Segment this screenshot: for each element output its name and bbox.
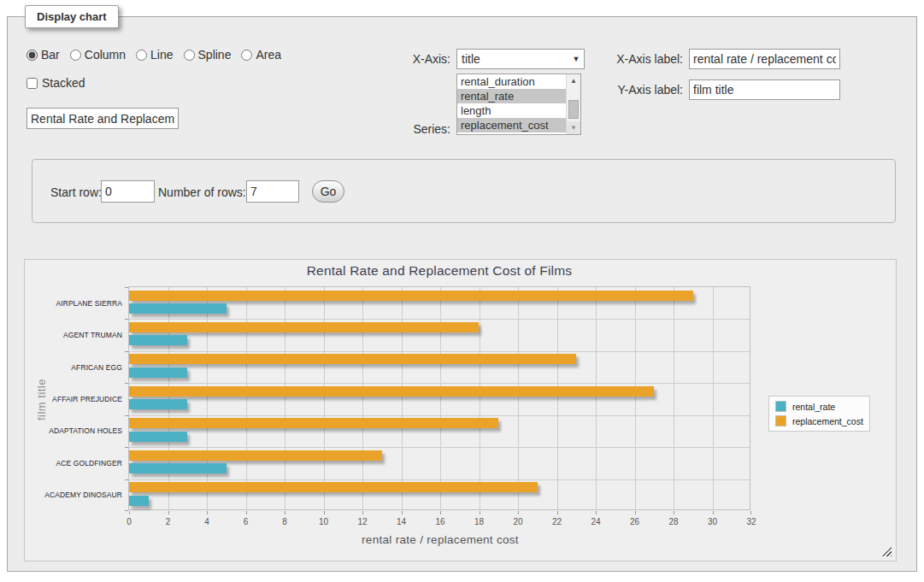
x-tick-label: 24 <box>586 517 606 526</box>
series-select-label: Series: <box>358 122 450 136</box>
legend-item-replacement_cost: replacement_cost <box>774 414 865 428</box>
x-tick <box>480 511 480 514</box>
gridline-horizontal <box>129 415 750 416</box>
series-option-rental_duration[interactable]: rental_duration <box>457 74 566 89</box>
gridline-horizontal <box>129 351 750 352</box>
x-tick-label: 18 <box>469 517 490 526</box>
x-axis-label-input[interactable] <box>689 49 840 69</box>
y-tick <box>125 510 128 511</box>
go-button[interactable]: Go <box>312 180 344 203</box>
series-option-length[interactable]: length <box>457 103 566 118</box>
legend-label: replacement_cost <box>792 416 863 426</box>
chart-type-radio-label: Spline <box>198 48 232 62</box>
chart-type-radio-bar[interactable] <box>26 50 38 61</box>
y-tick <box>125 415 128 416</box>
chart-type-radio-label: Bar <box>41 48 60 62</box>
category-label: AFFAIR PREJUDICE <box>30 395 122 403</box>
number-of-rows-input[interactable] <box>246 180 299 203</box>
gridline-horizontal <box>129 447 750 448</box>
y-tick <box>125 479 128 480</box>
replacement_cost-bar <box>129 418 498 428</box>
chart-type-radio-label: Line <box>150 48 173 62</box>
x-tick <box>285 511 285 514</box>
gridline-vertical <box>402 287 403 509</box>
gridline-vertical <box>674 287 674 509</box>
gridline-vertical <box>324 287 325 509</box>
rental_rate-bar <box>129 432 187 442</box>
series-option-replacement_cost[interactable]: replacement_cost <box>457 118 566 132</box>
x-axis-select[interactable]: title ▼ <box>456 49 585 69</box>
x-tick <box>246 511 247 514</box>
chart-type-option-bar[interactable]: Bar <box>26 48 60 62</box>
chart-container: Rental Rate and Replacement Cost of Film… <box>24 259 897 561</box>
panel-legend: Display chart <box>25 5 119 28</box>
x-tick <box>168 511 169 514</box>
series-option-rental_rate[interactable]: rental_rate <box>457 89 566 103</box>
rental_rate-bar <box>129 496 149 506</box>
replacement_cost-bar <box>129 482 538 492</box>
stacked-checkbox[interactable] <box>26 78 38 89</box>
x-tick <box>402 511 403 514</box>
x-tick <box>362 511 363 514</box>
chevron-down-icon: ▼ <box>568 55 584 63</box>
gridline-vertical <box>518 287 519 509</box>
y-axis-label-field-label: Y-Axis label: <box>602 83 683 97</box>
y-tick <box>125 319 128 320</box>
x-tick-label: 32 <box>741 517 762 526</box>
replacement_cost-bar <box>129 386 654 397</box>
series-multiselect[interactable]: rental_durationrental_ratelengthreplacem… <box>456 73 581 135</box>
scrollbar-thumb[interactable] <box>568 100 579 119</box>
chart-title-input[interactable] <box>26 108 179 129</box>
x-tick-label: 6 <box>236 517 256 526</box>
series-scrollbar[interactable]: ▲ ▼ <box>566 74 580 134</box>
x-tick-label: 14 <box>391 517 412 526</box>
gridline-horizontal <box>129 319 750 320</box>
y-tick <box>125 383 128 384</box>
x-tick-label: 8 <box>274 517 295 526</box>
plot-area: rental rate / replacement cost film titl… <box>128 286 750 510</box>
y-axis-label-input[interactable] <box>689 79 840 100</box>
x-tick <box>324 511 325 514</box>
gridline-vertical <box>207 287 208 509</box>
chart-legend: rental_ratereplacement_cost <box>768 396 870 432</box>
replacement_cost-bar <box>129 291 693 301</box>
scroll-up-icon[interactable]: ▲ <box>567 74 580 87</box>
rental_rate-bar <box>129 303 227 314</box>
gridline-vertical <box>362 287 363 509</box>
category-label: ADAPTATION HOLES <box>30 426 122 435</box>
stacked-checkbox-row[interactable]: Stacked <box>26 76 85 90</box>
chart-type-option-spline[interactable]: Spline <box>184 48 232 62</box>
gridline-vertical <box>713 287 714 509</box>
legend-label: rental_rate <box>792 402 835 412</box>
chart-type-option-column[interactable]: Column <box>70 48 126 62</box>
start-row-input[interactable] <box>101 180 155 203</box>
category-label: ACE GOLDFINGER <box>30 459 122 467</box>
chart-type-radio-column[interactable] <box>70 50 81 61</box>
gridline-vertical <box>246 287 247 509</box>
chart-type-radio-label: Area <box>256 48 281 62</box>
x-tick <box>440 511 441 514</box>
gridline-vertical <box>168 287 169 509</box>
x-tick <box>750 511 751 514</box>
chart-type-radio-line[interactable] <box>136 50 147 61</box>
start-row-label: Start row: <box>50 185 102 199</box>
resize-handle-icon[interactable] <box>882 547 892 556</box>
chart-type-option-line[interactable]: Line <box>136 48 173 62</box>
replacement_cost-bar <box>129 354 576 364</box>
x-tick-label: 28 <box>663 517 684 526</box>
gridline-vertical <box>440 287 441 509</box>
x-tick-label: 22 <box>547 517 568 526</box>
number-of-rows-label: Number of rows: <box>158 185 246 199</box>
x-tick-label: 2 <box>158 517 179 526</box>
x-axis-title: rental rate / replacement cost <box>129 533 751 546</box>
scroll-down-icon[interactable]: ▼ <box>567 121 580 134</box>
x-tick-label: 10 <box>314 517 334 526</box>
x-axis-selected-value: title <box>457 52 568 66</box>
chart-type-option-area[interactable]: Area <box>241 48 281 62</box>
chart-type-radio-group: BarColumnLineSplineArea <box>26 48 288 62</box>
category-label: AIRPLANE SIERRA <box>30 299 122 308</box>
chart-type-radio-spline[interactable] <box>184 50 195 61</box>
replacement_cost-bar <box>129 322 479 332</box>
chart-type-radio-area[interactable] <box>241 50 252 61</box>
stacked-label: Stacked <box>42 76 85 90</box>
